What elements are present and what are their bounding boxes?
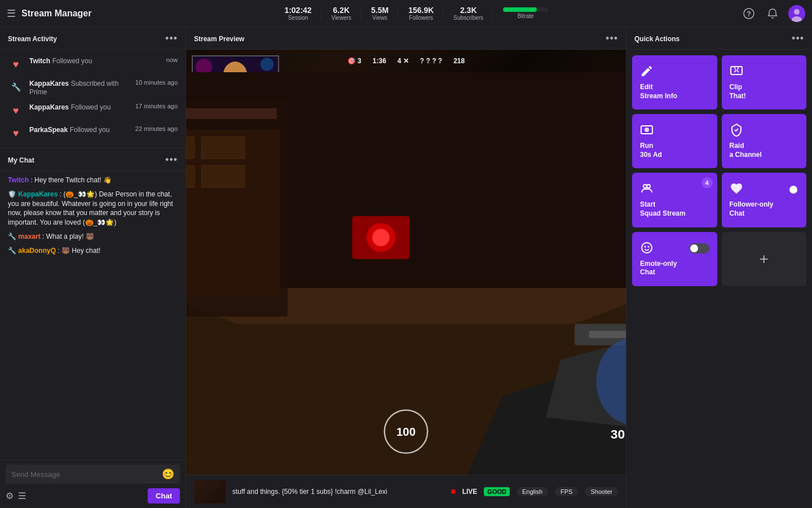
activity-action: Followed you bbox=[70, 126, 110, 134]
qa-icon-start-squad bbox=[640, 182, 709, 197]
quick-actions-more[interactable]: ••• bbox=[792, 33, 804, 45]
stream-title: stuff and things. {50% tier 1 subs} !cha… bbox=[232, 488, 444, 496]
activity-action: Followed you bbox=[71, 103, 111, 111]
topbar: ☰ Stream Manager 1:02:42Session6.2KViewe… bbox=[0, 0, 812, 27]
main-content: Stream Activity ••• ♥ Twitch Followed yo… bbox=[0, 27, 812, 508]
quick-actions-grid: EditStream Info ClipThat! Run30s Ad Raid… bbox=[626, 50, 812, 292]
my-chat-more[interactable]: ••• bbox=[165, 154, 178, 166]
chat-settings-icon[interactable]: ⚙ bbox=[6, 491, 14, 501]
chat-text: : What a play! 🐻 bbox=[41, 233, 94, 240]
stream-preview-area: 🎯 3 1:36 4 ✕ ? ? ? ? 218 bbox=[186, 50, 626, 475]
qa-icon-raid-channel bbox=[730, 123, 799, 138]
chat-username: 🛡️ KappaKares bbox=[8, 190, 58, 198]
stat-item-session: 1:02:42Session bbox=[275, 6, 321, 21]
stream-activity-title: Stream Activity bbox=[8, 35, 57, 43]
toggle-emote-chat[interactable] bbox=[689, 243, 709, 253]
hud-score: 🎯 3 bbox=[347, 57, 361, 65]
qa-button-follower-chat[interactable]: Follower-onlyChat bbox=[722, 173, 807, 227]
activity-time: 17 minutes ago bbox=[135, 103, 178, 110]
qa-button-run-ad[interactable]: Run30s Ad bbox=[632, 114, 717, 168]
bitrate-stat: Bitrate bbox=[494, 7, 557, 19]
chat-text: : 🐻 Hey chat! bbox=[56, 247, 100, 255]
stream-preview-more[interactable]: ••• bbox=[606, 33, 618, 45]
activity-name: Twitch bbox=[29, 57, 50, 65]
activity-name: KappaKares bbox=[29, 80, 69, 87]
game-background: 🎯 3 1:36 4 ✕ ? ? ? ? 218 bbox=[186, 50, 626, 475]
chat-list-icon[interactable]: ☰ bbox=[18, 491, 26, 501]
quick-actions-title: Quick Actions bbox=[634, 35, 679, 43]
stat-item-views: 5.5MViews bbox=[362, 6, 398, 21]
chat-input-row: 😊 bbox=[6, 465, 180, 484]
center-panel: Stream Preview ••• 🎯 3 1:36 4 ✕ ? ? ? ? … bbox=[186, 27, 626, 508]
qa-button-edit-stream-info[interactable]: EditStream Info bbox=[632, 55, 717, 110]
svg-point-39 bbox=[642, 243, 652, 253]
chat-message: 🔧 maxart : What a play! 🐻 bbox=[8, 232, 178, 242]
qa-button-clip-that[interactable]: ClipThat! bbox=[722, 55, 807, 110]
activity-item: ♥ Twitch Followed you now bbox=[0, 53, 186, 76]
chat-username: 🔧 akaDonnyQ bbox=[8, 247, 56, 255]
app-title: Stream Manager bbox=[21, 8, 92, 19]
activity-body: ParkaSpeak Followed you bbox=[29, 125, 130, 134]
topbar-right: ? bbox=[741, 5, 805, 22]
avatar[interactable] bbox=[788, 5, 805, 22]
hud-timer: 1:36 bbox=[373, 57, 386, 65]
stream-activity-more[interactable]: ••• bbox=[165, 33, 178, 45]
activity-item: ♥ KappaKares Followed you 17 minutes ago bbox=[0, 99, 186, 122]
topbar-stats: 1:02:42Session6.2KViewers5.5MViews156.9K… bbox=[96, 6, 737, 21]
toggle-knob bbox=[789, 186, 797, 194]
live-dot bbox=[451, 489, 456, 494]
notification-icon[interactable] bbox=[765, 6, 780, 21]
left-panel: Stream Activity ••• ♥ Twitch Followed yo… bbox=[0, 27, 186, 508]
activity-icon-wrench: 🔧 bbox=[8, 79, 24, 95]
svg-text:100: 100 bbox=[396, 426, 416, 438]
svg-point-38 bbox=[647, 185, 650, 188]
chat-username: 🔧 maxart bbox=[8, 233, 41, 240]
bitrate-bar bbox=[503, 7, 548, 12]
hud-question: ? ? ? ? bbox=[420, 57, 442, 65]
chat-message: Twitch : Hey there Twitch chat! 👋 bbox=[8, 176, 178, 185]
qa-label-emote-chat: Emote-onlyChat bbox=[640, 260, 709, 277]
qa-button-add-action[interactable]: + bbox=[722, 232, 807, 286]
activity-icon-heart: ♥ bbox=[8, 103, 24, 119]
chat-input-area: 😊 ⚙ ☰ Chat bbox=[0, 459, 186, 508]
svg-rect-22 bbox=[201, 166, 244, 187]
chat-messages: Twitch : Hey there Twitch chat! 👋🛡️ Kapp… bbox=[0, 171, 186, 459]
toggle-follower-chat[interactable] bbox=[778, 185, 798, 195]
help-icon[interactable]: ? bbox=[741, 6, 757, 21]
tag-fps: FPS bbox=[555, 487, 578, 496]
svg-point-40 bbox=[645, 246, 646, 247]
activity-name: ParkaSpeak bbox=[29, 126, 68, 134]
qa-label-start-squad: StartSquad Stream bbox=[640, 200, 709, 218]
qa-button-start-squad[interactable]: StartSquad Stream 4 bbox=[632, 173, 717, 227]
chat-send-button[interactable]: Chat bbox=[148, 488, 180, 503]
chat-input[interactable] bbox=[11, 470, 158, 479]
stream-preview-title: Stream Preview bbox=[194, 35, 244, 43]
tag-english: English bbox=[517, 487, 548, 496]
chat-message: 🛡️ KappaKares : (🎃_👀🌟) Dear Person in th… bbox=[8, 190, 178, 227]
svg-rect-19 bbox=[186, 137, 194, 159]
qa-label-edit-stream-info: EditStream Info bbox=[640, 83, 709, 100]
qa-label-run-ad: Run30s Ad bbox=[640, 142, 709, 159]
qa-button-raid-channel[interactable]: Raida Channel bbox=[722, 114, 807, 168]
topbar-left: ☰ Stream Manager bbox=[7, 7, 92, 20]
menu-icon[interactable]: ☰ bbox=[7, 7, 16, 20]
qa-button-emote-chat[interactable]: Emote-onlyChat bbox=[632, 232, 717, 286]
bitrate-fill bbox=[503, 7, 537, 12]
chat-section: Twitch : Hey there Twitch chat! 👋🛡️ Kapp… bbox=[0, 171, 186, 508]
right-panel: Quick Actions ••• EditStream Info ClipTh… bbox=[626, 27, 812, 508]
qa-icon-clip-that bbox=[730, 64, 799, 80]
svg-text:30: 30 bbox=[611, 427, 625, 441]
emoji-button[interactable]: 😊 bbox=[162, 468, 174, 480]
stream-activity-header: Stream Activity ••• bbox=[0, 27, 186, 50]
activity-time: 22 minutes ago bbox=[135, 125, 178, 132]
toggle-row bbox=[730, 182, 799, 197]
stat-item-subscribers: 2.3KSubscribers bbox=[444, 6, 493, 21]
activity-time: now bbox=[166, 56, 178, 63]
toggle-row bbox=[640, 241, 709, 256]
bitrate-label: Bitrate bbox=[518, 13, 534, 19]
activity-name: KappaKares bbox=[29, 103, 69, 111]
qa-badge-start-squad: 4 bbox=[701, 177, 713, 189]
activity-icon-heart: ♥ bbox=[8, 56, 24, 72]
stream-bottom-bar: stuff and things. {50% tier 1 subs} !cha… bbox=[186, 475, 626, 508]
my-chat-title: My Chat bbox=[8, 156, 34, 164]
